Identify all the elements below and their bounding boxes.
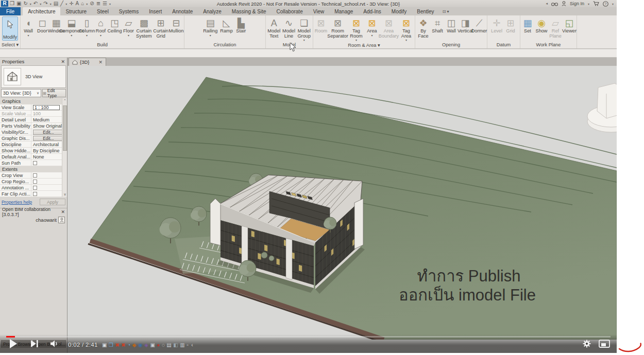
ribbon-tab-annotate[interactable]: Annotate [167,7,198,15]
tray-icon-2[interactable]: ✖ [115,342,119,348]
ribbon-tab-insert[interactable]: Insert [144,7,167,15]
ribbon-button-vertical[interactable]: ◨Vertical [459,16,472,34]
tray-icon-10[interactable]: ◌ [162,342,165,348]
tray-icon-3[interactable]: ✖ [121,342,125,348]
ribbon-button-mullion[interactable]: ⊟Mullion [170,16,183,34]
dropdown-arrow-icon[interactable]: ▾ [71,34,72,37]
ribbon-button-room-separator[interactable]: ⊠Room Separator [328,16,347,39]
ribbon-button-stair[interactable]: ▙Stair [234,16,248,34]
qat-text-icon[interactable]: A [76,1,79,7]
ribbon-tab-add-ins[interactable]: Add-Ins [358,7,386,15]
open-bim-close-icon[interactable]: ✕ [61,209,65,215]
qat-section-icon[interactable]: ⊘ [90,1,94,7]
edit-type-button[interactable]: ⊞ Edit Type [42,89,66,97]
tray-icon-14[interactable]: ▫ [187,342,189,348]
qat-sync-icon[interactable]: ↻ [23,1,27,7]
ribbon-button-tag-room[interactable]: ⊠Tag Room▾ [348,16,365,42]
qat-open-file-icon[interactable]: ❐ [10,1,14,7]
miniplayer-icon[interactable] [599,340,610,348]
checkbox-unchecked[interactable] [33,173,37,177]
properties-help-link[interactable]: Properties help [2,200,32,205]
collapse-search-icon[interactable]: ◂ [546,2,548,6]
ribbon-tab-bentley[interactable]: Bentley [412,7,439,15]
apply-button[interactable]: Apply [40,199,65,205]
ribbon-button-modify[interactable]: Modify [2,16,18,41]
qat-redo-caret-icon[interactable]: ▾ [50,2,52,6]
tray-icon-13[interactable]: ▥ [180,342,184,348]
store-cart-icon[interactable] [593,1,599,6]
edit-button[interactable]: Edit... [33,130,64,135]
qat-default-3d-view-icon[interactable]: ⌂ [81,1,84,7]
dropdown-arrow-icon[interactable]: ▾ [128,34,129,37]
next-button[interactable] [31,340,38,347]
ribbon-tab-architecture[interactable]: Architecture [23,7,60,15]
panel-label-select[interactable]: Select ▾ [0,42,20,48]
ribbon-tab-steel[interactable]: Steel [92,7,114,15]
ribbon-button-wall[interactable]: ◖Wall▾ [22,16,35,38]
ribbon-button-ramp[interactable]: ◺Ramp [219,16,234,34]
ribbon-button-component[interactable]: ⬓Component▾ [63,16,79,38]
type-selector[interactable]: 3D View [1,65,66,88]
ribbon-button-door[interactable]: ◻Door [36,16,49,34]
dropdown-arrow-icon[interactable]: ▾ [303,39,305,42]
qat-sync-caret-icon[interactable]: ▾ [30,2,31,6]
properties-scrollbar[interactable]: ⌃∨ [62,98,67,197]
tray-icon-12[interactable]: ◧ [173,342,178,348]
ribbon-tab-structure[interactable]: Structure [60,7,92,15]
ribbon-tab-view[interactable]: View [308,7,330,15]
ribbon-button-set[interactable]: ▦Set [521,16,534,34]
play-button[interactable] [9,339,18,348]
tray-icon-11[interactable]: ▤ [166,342,171,348]
checkbox-unchecked[interactable] [33,186,37,190]
ribbon-button-area[interactable]: ⊠Area▾ [365,16,379,38]
ribbon-tab-massing-site[interactable]: Massing & Site [227,7,272,15]
properties-close-icon[interactable]: ✕ [61,59,65,64]
dropdown-arrow-icon[interactable]: ▾ [355,39,357,42]
ribbon-tab-file[interactable]: File [0,7,21,15]
ribbon-button-roof[interactable]: ⌂Roof▾ [94,16,107,38]
ribbon-button-model-line[interactable]: ∿Model Line [282,16,296,39]
tray-icon-7[interactable]: ◈ [144,342,148,348]
qat-aligned-dimension-icon[interactable]: ✛ [69,1,73,7]
dropdown-arrow-icon[interactable]: ▾ [210,34,211,37]
ribbon-button-dormer[interactable]: ⟋Dormer [472,16,486,34]
qat-measure-icon[interactable]: ╱ [60,1,63,7]
bim-user-icon[interactable] [58,217,65,223]
section-header-extents[interactable]: Extents⌃ [0,166,67,172]
qat-thin-lines-icon[interactable]: ≣ [96,1,100,7]
dropdown-arrow-icon[interactable]: ▾ [405,39,407,42]
ribbon-button-ceiling[interactable]: ◳Ceiling [108,16,121,34]
qat-print-icon[interactable]: ▤ [54,1,58,7]
qat-user-interface-icon[interactable]: ☰ [103,1,107,7]
sign-in-label[interactable]: Sign In [570,1,584,6]
ribbon-tab-systems[interactable]: Systems [114,7,144,15]
video-progress-track[interactable] [6,336,611,338]
checkbox-unchecked[interactable] [33,161,37,165]
sign-in-caret-icon[interactable]: ▾ [588,2,589,6]
qat-measure-caret-icon[interactable]: ▾ [65,2,67,6]
tray-icon-5[interactable]: ◆ [132,342,137,348]
tray-icon-8[interactable]: ▣ [150,342,155,348]
ribbon-button-tag-area[interactable]: ⊠Tag Area▾ [399,16,414,42]
user-icon[interactable] [562,1,566,6]
dropdown-arrow-icon[interactable]: ▾ [27,34,29,37]
dropdown-arrow-icon[interactable]: ▾ [86,34,88,37]
search-binoculars-icon[interactable] [551,2,558,6]
ribbon-button-curtain-grid[interactable]: ⊞Curtain Grid [152,16,169,39]
tray-icon-6[interactable]: ◉ [138,342,143,348]
ribbon-tab-collaborate[interactable]: Collaborate [272,7,308,15]
ribbon-button-railing[interactable]: ▤Railing▾ [202,16,218,38]
qat-redo-icon[interactable]: ↷ [43,1,47,7]
ribbon-button-model-text[interactable]: AModel Text [267,16,281,39]
volume-button[interactable] [50,340,59,347]
viewport-3d-scene[interactable]: ทำการ Publish ออกเป็น imodel File [67,66,617,340]
close-view-icon[interactable]: ✕ [99,60,103,65]
tray-icon-0[interactable]: ▣ [102,342,107,348]
checkbox-unchecked[interactable] [33,192,37,196]
qat-undo-icon[interactable]: ↶ [33,1,38,7]
section-header-graphics[interactable]: Graphics⌃ [0,98,67,104]
help-caret-icon[interactable]: ▾ [612,2,614,6]
dropdown-arrow-icon[interactable]: ▾ [100,34,101,37]
qat-default-3d-view-caret-icon[interactable]: ▾ [86,2,88,6]
tray-icon-1[interactable]: ❒ [109,342,113,348]
